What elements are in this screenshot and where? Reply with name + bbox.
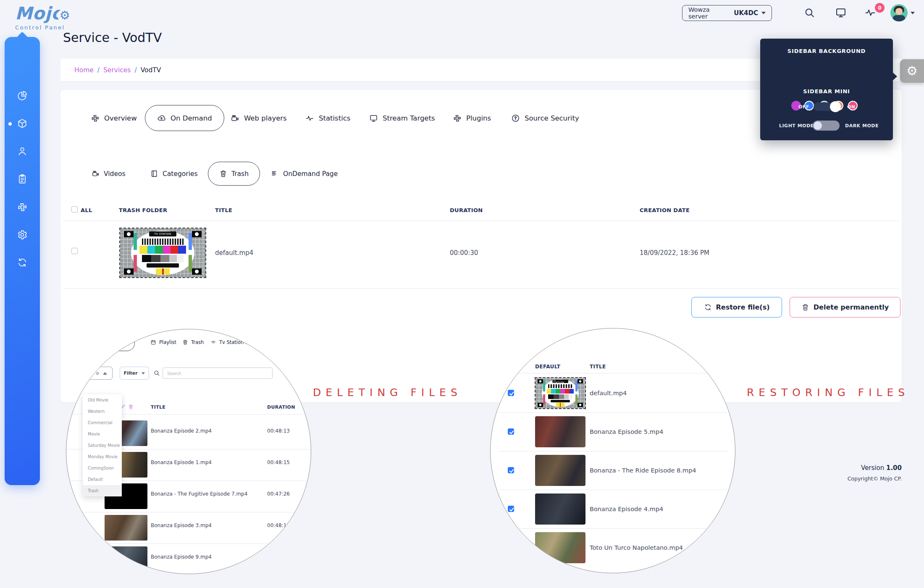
tab-source-security[interactable]: Source Security [511,105,579,131]
menu-item[interactable]: Western [83,406,122,417]
row-title: Bonanza - The Fugitive Episode 7.mp4 [151,491,247,497]
video-thumbnail[interactable] [535,455,585,486]
sidebar-item-logs[interactable] [17,173,28,184]
menu-item[interactable]: Commercial [83,417,122,428]
divider [499,373,727,373]
toggle-knob [814,121,822,130]
subtab-categories[interactable]: Categories [150,162,198,186]
menu-item[interactable]: ComingSoon [83,462,122,474]
menu-item[interactable]: Monday Movie [83,451,122,462]
trash-icon [219,170,227,178]
row-checkbox[interactable] [508,428,514,435]
brand-logo[interactable]: Mojo ⚙ Control Panel [15,3,108,31]
filter-dropdown[interactable]: Filter [120,367,149,380]
notification-badge: 0 [875,3,885,13]
tab-stream-targets[interactable]: Stream Targets [369,105,435,131]
monitor-icon[interactable] [835,7,847,18]
light-mode-label: LIGHT MODE [779,123,814,129]
video-thumbnail[interactable] [535,416,585,447]
tab-plugins[interactable]: Plugins [453,105,491,131]
breadcrumb-home[interactable]: Home [74,66,94,74]
cloud-upload-icon [157,114,166,123]
subtab-videos[interactable]: Videos [92,162,126,186]
row-checkbox[interactable] [508,390,514,396]
tab-web-players[interactable]: Web players [231,105,287,131]
row-duration: 00:48:13 [267,428,290,434]
divider [63,220,899,221]
dark-mode-toggle[interactable] [813,121,840,131]
sidebar-item-plugins[interactable] [17,202,28,213]
sidebar-mini-toggle[interactable] [814,102,839,111]
deleting-files-inset: ders Playlist Trash Tv Station Page o Fi… [66,329,311,574]
row-checkbox[interactable] [508,544,514,551]
divider [499,490,727,490]
video-thumbnail-testcard[interactable]: TV STATION [120,228,206,278]
restore-files-button[interactable]: Restore file(s) [691,297,782,318]
row-title: Bonanza Episode 4.mp4 [590,506,663,512]
sidebar-item-settings[interactable] [17,229,28,240]
breadcrumb-services[interactable]: Services [103,66,131,74]
tab-overview[interactable]: Overview [91,105,137,131]
search-icon [153,370,160,376]
menu-item[interactable]: Default [83,474,122,485]
inset-col-title: TITLE [590,364,606,370]
deleting-files-caption: DELETING FILES [313,386,462,399]
avatar-body [893,15,905,21]
category-dropdown-menu: Old Movie Western Commercial Movie Satur… [83,394,122,496]
inset-tab-playlist[interactable]: Playlist [150,339,176,345]
search-icon[interactable] [803,7,815,18]
server-value: UK4DC [734,9,758,17]
inset-tab-trash[interactable]: Trash [182,339,204,345]
chevron-up-icon [103,372,107,375]
subtab-trash[interactable]: Trash [208,162,260,186]
video-thumbnail[interactable] [535,494,585,525]
chevron-down-icon [142,372,145,374]
tab-on-demand[interactable]: On Demand [145,105,224,131]
inset-col-title: TITLE [151,404,165,410]
video-thumbnail[interactable] [535,532,585,563]
sidebar-mini-title: SIDEBAR MINI [760,88,893,94]
trash-icon [182,339,188,345]
keyhole-icon [511,114,520,123]
server-label: Wowza server [688,6,730,20]
menu-item[interactable]: Saturday Movie [83,440,122,451]
row-title: Bonanza Episode 2.mp4 [151,428,212,434]
monitor-icon [369,114,378,123]
puzzle-icon [91,114,100,123]
sidebar-background-title: SIDEBAR BACKGROUND [760,48,893,54]
tab-statistics[interactable]: Statistics [305,105,350,131]
search-input[interactable] [163,368,273,379]
testcard-label: TV STATION [149,231,177,236]
video-thumbnail[interactable] [105,515,147,541]
avatar[interactable] [890,4,908,21]
row-checkbox[interactable] [508,467,514,473]
row-title: Bonanza Episode 5.mp4 [590,428,663,435]
app-window: Mojo ⚙ Control Panel Wowza server UK4DC … [0,0,924,588]
delete-trash-icon[interactable] [128,404,134,410]
sidebar-item-users[interactable] [17,146,28,157]
row-checkbox[interactable] [71,248,78,254]
video-thumbnail[interactable] [105,546,147,572]
delete-permanently-button[interactable]: Delete permanently [790,297,900,318]
sidebar-item-dashboard[interactable] [17,90,28,101]
theme-settings-button[interactable]: ⚙ [900,59,924,83]
sidebar-item-services[interactable] [17,118,28,129]
server-select[interactable]: Wowza server UK4DC [682,5,772,21]
restoring-files-inset: DEFAULT TITLE TV STATION default.mp4 Bon… [490,328,735,573]
sidebar-item-sync[interactable] [17,257,28,268]
active-item-dot [8,122,12,126]
video-thumbnail-testcard[interactable]: TV STATION [535,378,585,409]
menu-item-trash[interactable]: Trash [83,485,122,496]
theme-settings-panel: SIDEBAR BACKGROUND SIDEBAR MINI OFF ON L… [760,39,893,140]
divider [499,412,727,413]
subtab-ondemand-page[interactable]: OnDemand Page [271,162,338,186]
copyright-text: Copyright© Mojo CP. [848,475,902,482]
select-all-checkbox[interactable] [71,206,78,213]
avatar-chevron-icon[interactable] [911,12,915,14]
divider [499,451,727,452]
row-checkbox[interactable] [508,506,514,512]
sidebar [5,37,40,485]
activity-icon[interactable] [864,7,876,18]
menu-item[interactable]: Movie [83,428,122,440]
menu-item[interactable]: Old Movie [83,394,122,406]
